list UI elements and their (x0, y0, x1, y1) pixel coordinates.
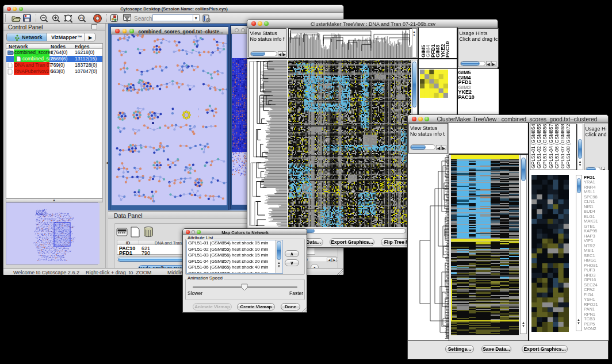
svg-text:1:1: 1:1 (79, 16, 83, 20)
